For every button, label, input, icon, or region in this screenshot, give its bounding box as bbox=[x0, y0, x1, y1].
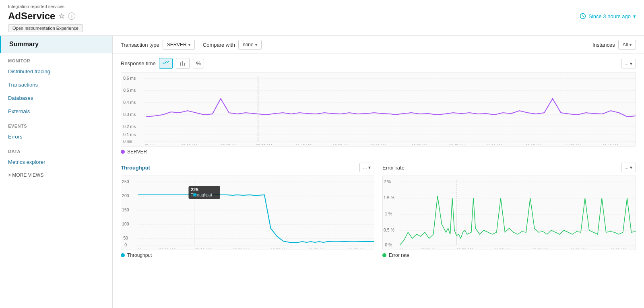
transaction-type-dropdown[interactable]: SERVER bbox=[163, 40, 195, 50]
svg-text:11:15 AM: 11:15 AM bbox=[526, 144, 541, 145]
legend-label-throughput: Throughput bbox=[127, 252, 152, 258]
time-selector[interactable]: Since 3 hours ago ▾ bbox=[580, 13, 636, 19]
instances-label: Instances bbox=[592, 42, 615, 48]
throughput-title: Throughput bbox=[121, 165, 150, 171]
response-time-percent-btn[interactable]: % bbox=[193, 59, 204, 68]
svg-text:0.4 ms: 0.4 ms bbox=[123, 100, 136, 105]
svg-text:50: 50 bbox=[123, 236, 128, 240]
svg-text:11:00 AM: 11:00 AM bbox=[486, 144, 502, 145]
svg-point-58 bbox=[193, 193, 196, 196]
svg-text:11:30 AM: 11:30 AM bbox=[349, 247, 365, 248]
svg-text:0 %: 0 % bbox=[385, 243, 392, 247]
toolbar: Transaction type SERVER Compare with non… bbox=[113, 36, 644, 54]
svg-text:11:30 AM: 11:30 AM bbox=[565, 144, 581, 145]
error-rate-legend: Error rate bbox=[382, 252, 636, 258]
svg-text:150: 150 bbox=[122, 208, 129, 212]
svg-text:0: 0 bbox=[124, 243, 127, 247]
svg-text:09:30 AM: 09:30 AM bbox=[456, 247, 473, 248]
svg-text:10:30 AM: 10:30 AM bbox=[411, 144, 427, 145]
response-time-more-btn[interactable]: ... ▾ bbox=[621, 59, 636, 68]
compare-with-dropdown[interactable]: none bbox=[238, 40, 262, 50]
svg-text:10:30 AM: 10:30 AM bbox=[271, 247, 287, 248]
response-time-section: Response time % ... ▾ bbox=[121, 58, 636, 155]
response-time-title: Response time bbox=[121, 60, 156, 66]
svg-text:10:00 AM: 10:00 AM bbox=[233, 247, 249, 248]
svg-text:09:45 AM: 09:45 AM bbox=[295, 144, 311, 145]
svg-text:09:00 AM: 09:00 AM bbox=[421, 247, 437, 248]
svg-text:09:00 AM: 09:00 AM bbox=[181, 144, 197, 145]
svg-text:0 ms: 0 ms bbox=[123, 139, 132, 144]
response-time-bar-btn[interactable] bbox=[176, 58, 190, 69]
svg-text:09:15 AM: 09:15 AM bbox=[221, 144, 236, 145]
sidebar-item-externals[interactable]: Externals bbox=[0, 105, 112, 118]
svg-rect-2 bbox=[182, 61, 183, 66]
transaction-type-label: Transaction type bbox=[121, 42, 159, 48]
compare-with-label: Compare with bbox=[203, 42, 235, 48]
svg-text:10:30 AM: 10:30 AM bbox=[533, 247, 549, 248]
sidebar-item-errors[interactable]: Errors bbox=[0, 130, 112, 143]
error-rate-more-btn[interactable]: ... ▾ bbox=[621, 163, 636, 172]
svg-text:250: 250 bbox=[122, 180, 129, 184]
svg-text:09:30 AM: 09:30 AM bbox=[195, 247, 211, 248]
svg-text:10:00 AM: 10:00 AM bbox=[494, 247, 510, 248]
svg-rect-34 bbox=[121, 176, 374, 248]
sidebar: Summary MONITOR Distributed tracing Tran… bbox=[0, 36, 113, 308]
svg-text:10:15 AM: 10:15 AM bbox=[370, 144, 386, 145]
svg-text:1.5 %: 1.5 % bbox=[384, 196, 394, 200]
svg-text:2 %: 2 % bbox=[384, 180, 391, 184]
svg-text:11:00 AM: 11:00 AM bbox=[570, 247, 586, 248]
open-instrumentation-button[interactable]: Open Instrumentation Experience bbox=[8, 24, 83, 32]
legend-dot-throughput bbox=[121, 253, 125, 257]
svg-text:0.1 ms: 0.1 ms bbox=[123, 132, 136, 137]
sidebar-section-events: EVENTS bbox=[0, 118, 112, 130]
error-rate-chart: 2 % 1.5 % 1 % 0.5 % 0 % M 09:00 AM 09:30… bbox=[382, 176, 636, 250]
svg-text:10:00 AM: 10:00 AM bbox=[333, 144, 349, 145]
legend-dot-server bbox=[121, 150, 125, 154]
throughput-legend: Throughput bbox=[121, 252, 374, 258]
time-chevron-icon: ▾ bbox=[633, 13, 636, 19]
svg-text:0.2 ms: 0.2 ms bbox=[123, 124, 136, 129]
instances-dropdown[interactable]: All bbox=[618, 40, 636, 50]
response-time-legend: SERVER bbox=[121, 149, 636, 155]
error-rate-title: Error rate bbox=[382, 165, 405, 171]
sidebar-item-transactions[interactable]: Transactions bbox=[0, 78, 112, 91]
sidebar-item-summary[interactable]: Summary bbox=[0, 36, 112, 53]
throughput-section: Throughput ... ▾ bbox=[121, 163, 374, 258]
svg-text:225: 225 bbox=[191, 187, 198, 192]
compare-with-group: Compare with none bbox=[203, 40, 262, 50]
response-time-chart: 0.6 ms 0.5 ms 0.4 ms 0.3 ms 0.2 ms 0.1 m… bbox=[121, 72, 636, 147]
error-rate-section: Error rate ... ▾ bbox=[382, 163, 636, 258]
sidebar-item-distributed-tracing[interactable]: Distributed tracing bbox=[0, 65, 112, 78]
svg-rect-1 bbox=[180, 62, 181, 66]
svg-text:11:00 AM: 11:00 AM bbox=[309, 247, 325, 248]
svg-text:11:45 AM: 11:45 AM bbox=[603, 144, 618, 145]
main-content: Transaction type SERVER Compare with non… bbox=[113, 36, 644, 308]
sidebar-more-views[interactable]: > MORE VIEWS bbox=[0, 169, 112, 182]
svg-text:100: 100 bbox=[122, 222, 129, 226]
charts-row: Throughput ... ▾ bbox=[121, 163, 636, 258]
sidebar-item-databases[interactable]: Databases bbox=[0, 91, 112, 105]
svg-text:0.3 ms: 0.3 ms bbox=[123, 112, 136, 117]
star-icon[interactable]: ☆ bbox=[58, 12, 65, 21]
svg-text:09:00 AM: 09:00 AM bbox=[159, 247, 175, 248]
svg-text:45 AM: 45 AM bbox=[144, 144, 155, 145]
legend-dot-error-rate bbox=[382, 253, 386, 257]
transaction-type-group: Transaction type SERVER bbox=[121, 40, 195, 50]
svg-rect-59 bbox=[383, 176, 636, 248]
svg-text:10:45 AM: 10:45 AM bbox=[449, 144, 464, 145]
time-label: Since 3 hours ago bbox=[588, 13, 631, 19]
svg-text:11:30 AM: 11:30 AM bbox=[610, 247, 626, 248]
sidebar-item-metrics-explorer[interactable]: Metrics explorer bbox=[0, 155, 112, 169]
svg-text:0.6 ms: 0.6 ms bbox=[123, 76, 136, 81]
svg-text:1 %: 1 % bbox=[385, 212, 392, 216]
throughput-more-btn[interactable]: ... ▾ bbox=[359, 163, 374, 172]
breadcrumb: Integration-reported services bbox=[8, 4, 636, 9]
svg-rect-3 bbox=[184, 63, 185, 66]
response-time-line-btn[interactable] bbox=[159, 58, 173, 69]
svg-text:M: M bbox=[138, 247, 141, 248]
legend-label-server: SERVER bbox=[127, 149, 147, 155]
svg-text:0.5 %: 0.5 % bbox=[384, 228, 394, 232]
info-icon[interactable]: i bbox=[68, 12, 75, 20]
service-name: AdService bbox=[8, 10, 55, 22]
svg-text:M: M bbox=[400, 247, 403, 248]
